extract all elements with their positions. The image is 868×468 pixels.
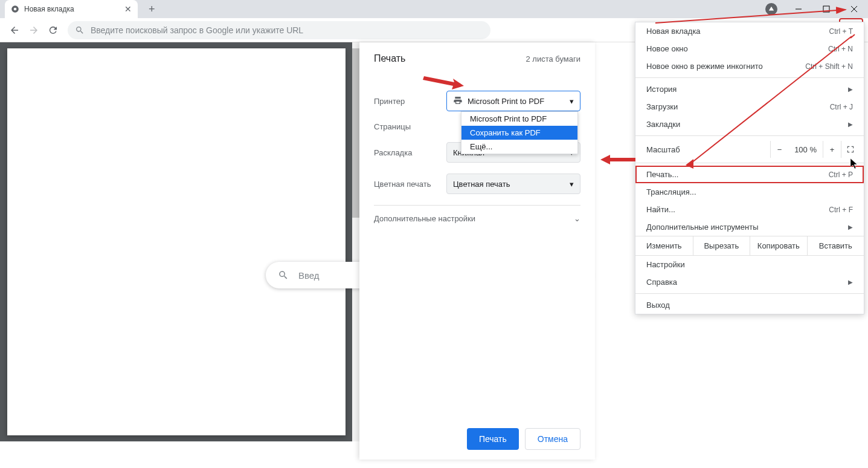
browser-tab[interactable]: Новая вкладка ✕: [5, 0, 138, 18]
caret-down-icon: ▾: [570, 180, 574, 189]
menu-more-tools[interactable]: Дополнительные инструменты▶: [635, 218, 864, 236]
menu-copy[interactable]: Копировать: [750, 236, 806, 255]
window-controls: [785, 0, 868, 18]
printer-icon: [453, 96, 463, 107]
menu-new-tab[interactable]: Новая вкладкаCtrl + T: [635, 22, 864, 40]
minimize-button[interactable]: [785, 0, 812, 18]
menu-bookmarks[interactable]: Закладки▶: [635, 115, 864, 133]
mouse-cursor-icon: [850, 158, 859, 169]
menu-history[interactable]: История▶: [635, 80, 864, 98]
search-icon: [75, 25, 85, 35]
submenu-arrow-icon: ▶: [848, 86, 853, 93]
layout-label: Раскладка: [374, 148, 446, 157]
print-preview-page: [7, 48, 346, 435]
omnibox-placeholder: Введите поисковый запрос в Google или ук…: [91, 25, 303, 35]
search-icon: [278, 270, 289, 281]
color-select[interactable]: Цветная печать ▾: [446, 174, 580, 194]
reload-button[interactable]: [43, 21, 63, 40]
menu-new-window[interactable]: Новое окноCtrl + N: [635, 40, 864, 57]
caret-down-icon: ▾: [570, 97, 574, 106]
maximize-button[interactable]: [812, 0, 840, 18]
menu-zoom-row: Масштаб − 100 % +: [635, 138, 864, 160]
chrome-menu: Новая вкладкаCtrl + T Новое окноCtrl + N…: [635, 22, 864, 314]
zoom-value: 100 %: [788, 145, 823, 154]
scrollbar-thumb[interactable]: [352, 48, 359, 218]
menu-edit-label: Изменить: [635, 236, 693, 255]
color-label: Цветная печать: [374, 180, 446, 189]
submenu-arrow-icon: ▶: [848, 224, 853, 230]
forward-button[interactable]: [24, 21, 43, 40]
zoom-in-button[interactable]: +: [823, 141, 841, 158]
menu-incognito[interactable]: Новое окно в режиме инкогнитоCtrl + Shif…: [635, 57, 864, 75]
tab-title: Новая вкладка: [24, 5, 74, 13]
submenu-arrow-icon: ▶: [848, 121, 853, 128]
printer-dropdown: Microsoft Print to PDF Сохранить как PDF…: [461, 111, 578, 154]
printer-label: Принтер: [374, 97, 446, 106]
menu-separator: [635, 293, 864, 294]
cancel-button[interactable]: Отмена: [525, 428, 580, 450]
zoom-out-button[interactable]: −: [770, 141, 788, 158]
menu-settings[interactable]: Настройки: [635, 256, 864, 273]
svg-point-1: [14, 8, 17, 11]
menu-cut[interactable]: Вырезать: [693, 236, 750, 255]
tab-close-icon[interactable]: ✕: [124, 4, 132, 14]
menu-edit-row: Изменить Вырезать Копировать Вставить: [635, 236, 864, 256]
svg-rect-5: [823, 6, 829, 12]
printer-option-ms-pdf[interactable]: Microsoft Print to PDF: [461, 112, 577, 126]
more-settings-toggle[interactable]: Дополнительные настройки ⌄: [374, 206, 580, 232]
print-button[interactable]: Печать: [467, 428, 519, 450]
submenu-arrow-icon: ▶: [848, 279, 853, 285]
printer-select[interactable]: Microsoft Print to PDF ▾: [446, 91, 580, 111]
print-dialog-title: Печать: [374, 53, 405, 64]
menu-downloads[interactable]: ЗагрузкиCtrl + J: [635, 98, 864, 115]
back-button[interactable]: [5, 21, 24, 40]
menu-print[interactable]: Печать...Ctrl + P: [635, 166, 864, 183]
menu-separator: [635, 163, 864, 163]
print-preview-column: [0, 42, 359, 441]
printer-option-save-pdf[interactable]: Сохранить как PDF: [461, 126, 577, 140]
chrome-icon: [11, 5, 19, 13]
pages-label: Страницы: [374, 122, 446, 131]
menu-cast[interactable]: Трансляция...: [635, 183, 864, 201]
printer-option-more[interactable]: Ещё...: [461, 140, 577, 154]
print-summary: 2 листа бумаги: [526, 54, 580, 63]
menu-help[interactable]: Справка▶: [635, 273, 864, 291]
address-bar[interactable]: Введите поисковый запрос в Google или ук…: [68, 21, 490, 39]
search-placeholder: Введ: [298, 270, 320, 281]
chevron-down-icon: ⌄: [574, 214, 580, 223]
menu-separator: [635, 77, 864, 78]
menu-exit[interactable]: Выход: [635, 296, 864, 314]
fullscreen-button[interactable]: [841, 141, 859, 158]
color-value: Цветная печать: [453, 180, 510, 189]
menu-find[interactable]: Найти...Ctrl + F: [635, 201, 864, 218]
menu-paste[interactable]: Вставить: [807, 236, 864, 255]
more-settings-label: Дополнительные настройки: [374, 214, 475, 223]
window-titlebar: Новая вкладка ✕ +: [0, 0, 868, 18]
new-tab-button[interactable]: +: [144, 3, 160, 16]
print-dialog: Печать 2 листа бумаги Принтер Microsoft …: [359, 42, 595, 460]
profile-badge-icon[interactable]: [765, 3, 777, 15]
preview-scrollbar[interactable]: [352, 42, 359, 441]
close-window-button[interactable]: [840, 0, 868, 18]
menu-separator: [635, 135, 864, 136]
printer-value: Microsoft Print to PDF: [468, 97, 544, 106]
